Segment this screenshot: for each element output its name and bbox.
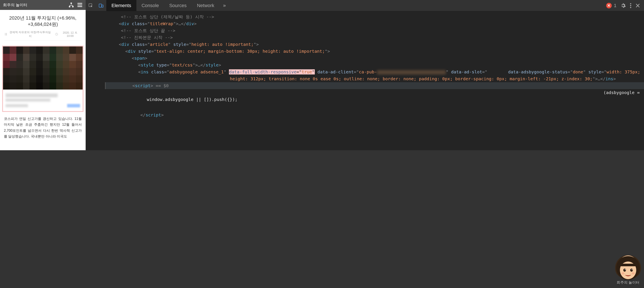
expand-caret-icon[interactable] bbox=[116, 20, 119, 27]
expand-caret-icon[interactable] bbox=[135, 62, 138, 68]
sitemap-icon[interactable] bbox=[68, 2, 74, 8]
collapse-caret-icon[interactable] bbox=[122, 48, 125, 55]
dom-node-close[interactable]: </script> bbox=[112, 112, 644, 118]
expand-caret-icon[interactable] bbox=[135, 68, 138, 75]
devtools-tabs: Elements Console Sources Network » bbox=[106, 0, 229, 11]
dom-comment[interactable]: <!-- 진짜본문 시작 --> bbox=[92, 34, 644, 41]
tab-sources[interactable]: Sources bbox=[164, 0, 192, 11]
dom-node-ins[interactable]: <ins class="adsbygoogle adsense_1" data-… bbox=[112, 68, 644, 82]
device-toolbar-icon[interactable] bbox=[96, 0, 106, 11]
collapse-caret-icon[interactable] bbox=[129, 55, 132, 62]
script-content: window.adsbygoogle || []).push({}); bbox=[118, 96, 644, 103]
error-icon: ✕ bbox=[606, 3, 612, 8]
more-tabs-icon[interactable]: » bbox=[220, 0, 229, 11]
ad-image-pixelated bbox=[3, 46, 82, 90]
svg-rect-2 bbox=[72, 6, 74, 7]
tab-elements[interactable]: Elements bbox=[106, 0, 136, 11]
dom-node[interactable]: <style type="text/css">…</style> bbox=[112, 62, 644, 68]
dom-node[interactable]: <div style="text-align: center; margin-b… bbox=[98, 48, 644, 55]
highlighted-attribute: data-full-width-responsive="true" bbox=[229, 69, 315, 74]
mobile-header: 희주의 놀이터 bbox=[0, 0, 86, 10]
mobile-preview-panel: 희주의 놀이터 2020년 11월 투자일지 (+6.96%, +3,684,0… bbox=[0, 0, 86, 150]
article-body: 코스피가 연일 신고가를 갱신하고 있습니다. 11월 마지막 날은 조금 주춤… bbox=[0, 112, 86, 139]
article-header: 2020년 11월 투자일지 (+6.96%, +3,684,024원) 경제적… bbox=[0, 10, 86, 44]
elements-tree[interactable]: <!-- 포스트 상단 (제목/날짜 등) 시작 --> <div class=… bbox=[86, 11, 644, 150]
script-content: (adsbygoogle = bbox=[86, 89, 644, 96]
clock-icon bbox=[55, 33, 58, 36]
collapse-caret-icon[interactable] bbox=[116, 41, 119, 48]
svg-point-9 bbox=[630, 7, 631, 8]
dom-node[interactable]: <div class="article" style="height: auto… bbox=[92, 41, 644, 48]
tab-network[interactable]: Network bbox=[192, 0, 220, 11]
inspect-element-icon[interactable] bbox=[86, 0, 96, 11]
site-title[interactable]: 희주의 놀이터 bbox=[3, 2, 27, 8]
ad-text-area bbox=[3, 90, 82, 111]
article-title: 2020년 11월 투자일지 (+6.96%, +3,684,024원) bbox=[4, 15, 81, 27]
svg-point-7 bbox=[630, 3, 631, 4]
tab-console[interactable]: Console bbox=[136, 0, 164, 11]
dom-node[interactable]: <div class="titleWrap">…</div> bbox=[92, 20, 644, 27]
dom-comment[interactable]: <!-- 포스트 상단 (제목/날짜 등) 시작 --> bbox=[92, 13, 644, 20]
ad-region-highlighted[interactable] bbox=[2, 46, 84, 112]
collapse-caret-icon[interactable] bbox=[129, 82, 132, 89]
dom-node-selected[interactable]: <script> == $0 bbox=[105, 82, 644, 89]
kebab-menu-icon[interactable] bbox=[630, 3, 632, 8]
date-meta: 2020. 12. 6. 10:00 bbox=[55, 31, 81, 38]
close-icon[interactable] bbox=[636, 3, 640, 8]
dom-node[interactable]: <span> bbox=[105, 55, 644, 62]
svg-rect-0 bbox=[70, 2, 72, 4]
menu-icon[interactable] bbox=[77, 2, 82, 8]
dom-comment[interactable]: <!-- 포스트 상단 끝 --> bbox=[92, 27, 644, 34]
svg-point-8 bbox=[630, 5, 631, 6]
devtools-toolbar: Elements Console Sources Network » ✕ 1 bbox=[86, 0, 644, 11]
redacted-text bbox=[377, 70, 446, 74]
list-icon bbox=[4, 33, 7, 36]
devtools-panel: Elements Console Sources Network » ✕ 1 <… bbox=[86, 0, 644, 150]
category-meta[interactable]: 경제적 자유로의 여정/주식투자일지 bbox=[4, 30, 52, 38]
svg-rect-1 bbox=[69, 6, 70, 7]
svg-rect-5 bbox=[99, 4, 102, 7]
settings-gear-icon[interactable] bbox=[620, 3, 626, 8]
error-badge[interactable]: ✕ 1 bbox=[606, 3, 616, 8]
svg-rect-6 bbox=[102, 5, 103, 7]
